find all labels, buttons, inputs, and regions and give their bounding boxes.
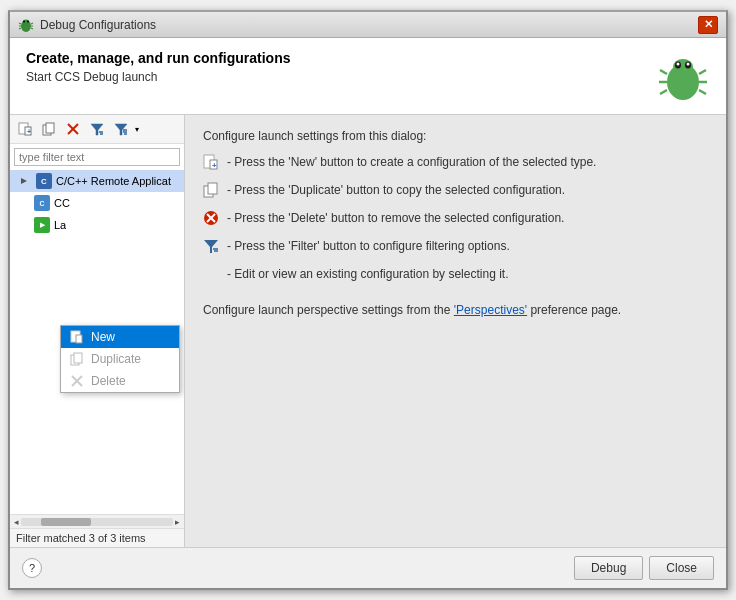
copy-config-button[interactable] (38, 118, 60, 140)
close-button[interactable]: Close (649, 556, 714, 580)
dialog-window: Debug Configurations ✕ Create, manage, a… (8, 10, 728, 590)
svg-line-6 (19, 28, 21, 29)
copy-doc-instr-icon (203, 182, 219, 198)
instr-new-icon: + (203, 154, 219, 170)
filter-status-text: Filter matched 3 of 3 items (16, 532, 146, 544)
svg-line-19 (699, 70, 706, 74)
new-doc-instr-icon: + (203, 154, 219, 170)
cpp-remote-label: C/C++ Remote Applicat (56, 175, 171, 187)
toolbar: + (10, 115, 184, 144)
context-duplicate-label: Duplicate (91, 352, 141, 366)
instr-edit-icon (203, 266, 219, 282)
tree-item-cc[interactable]: C CC (10, 192, 184, 214)
context-new-icon (69, 329, 85, 345)
expand-arrow-icon (16, 173, 32, 189)
context-delete-label: Delete (91, 374, 126, 388)
new-doc-icon (70, 330, 84, 344)
close-window-button[interactable]: ✕ (698, 16, 718, 34)
cc-item-icon: C (34, 195, 50, 211)
toolbar-dropdown[interactable]: ▾ (110, 118, 142, 140)
main-content: + (10, 115, 726, 547)
filter-instr-icon (203, 238, 219, 254)
debug-button[interactable]: Debug (574, 556, 643, 580)
launch-item-icon: ▶ (34, 217, 50, 233)
scrollbar-thumb (41, 518, 91, 526)
instruction-filter: - Press the 'Filter' button to configure… (203, 237, 708, 255)
dropdown-main-button[interactable] (110, 118, 132, 140)
svg-text:+: + (212, 161, 217, 170)
instr-del-text: - Press the 'Delete' button to remove th… (227, 209, 564, 227)
instructions-title: Configure launch settings from this dial… (203, 129, 708, 143)
svg-point-15 (687, 63, 690, 66)
tree-item-launch[interactable]: ▶ La (10, 214, 184, 236)
context-menu: New Duplicate (60, 325, 180, 393)
svg-line-18 (660, 90, 667, 94)
filter-input[interactable] (14, 148, 180, 166)
bug-icon-large (656, 50, 710, 104)
svg-point-3 (27, 20, 29, 22)
new-config-button[interactable]: + (14, 118, 36, 140)
launch-label: La (54, 219, 66, 231)
tree-expand-icon (20, 177, 28, 185)
launch-icon-label: ▶ (40, 221, 45, 229)
bottom-buttons: Debug Close (574, 556, 714, 580)
scrollbar-area: ◂ ▸ (10, 514, 184, 528)
cc-icon-label: C (39, 200, 44, 207)
instruction-delete: - Press the 'Delete' button to remove th… (203, 209, 708, 227)
instr-filter-icon (203, 238, 219, 254)
help-button[interactable]: ? (22, 558, 42, 578)
filter-config-icon (90, 122, 104, 136)
svg-line-7 (31, 23, 33, 24)
instr-edit-text: - Edit or view an existing configuration… (227, 265, 508, 283)
delete-config-icon (66, 122, 80, 136)
title-bar-left: Debug Configurations (18, 17, 156, 33)
svg-line-9 (31, 28, 33, 29)
tree-area: C C/C++ Remote Applicat C CC ▶ La (10, 170, 184, 514)
svg-point-2 (23, 20, 25, 22)
new-config-icon: + (18, 122, 32, 136)
context-menu-delete: Delete (61, 370, 179, 392)
scroll-right-arrow[interactable]: ▸ (173, 517, 182, 527)
instr-new-text: - Press the 'New' button to create a con… (227, 153, 596, 171)
header-subtitle: Start CCS Debug launch (26, 70, 291, 84)
scroll-left-arrow[interactable]: ◂ (12, 517, 21, 527)
cpp-icon-label: C (41, 177, 47, 186)
svg-rect-47 (208, 183, 217, 194)
cc-label: CC (54, 197, 70, 209)
svg-marker-36 (21, 178, 27, 184)
perspectives-text-after: preference page. (527, 303, 621, 317)
perspectives-link[interactable]: 'Perspectives' (454, 303, 527, 317)
horizontal-scrollbar[interactable] (21, 518, 173, 526)
context-menu-duplicate: Duplicate (61, 348, 179, 370)
bottom-bar: ? Debug Close (10, 547, 726, 588)
help-label: ? (29, 562, 35, 574)
tree-item-cpp-remote[interactable]: C C/C++ Remote Applicat (10, 170, 184, 192)
context-menu-new[interactable]: New (61, 326, 179, 348)
svg-line-4 (19, 23, 21, 24)
instruction-new: + - Press the 'New' button to create a c… (203, 153, 708, 171)
filter-status: Filter matched 3 of 3 items (10, 528, 184, 547)
bug-icon-small (18, 17, 34, 33)
header-section: Create, manage, and run configurations S… (10, 38, 726, 115)
dropdown-icon (114, 122, 128, 136)
delete-config-button[interactable] (62, 118, 84, 140)
cpp-category-icon: C (36, 173, 52, 189)
instr-filter-text: - Press the 'Filter' button to configure… (227, 237, 510, 255)
filter-config-button[interactable] (86, 118, 108, 140)
title-bar: Debug Configurations ✕ (10, 12, 726, 38)
bottom-left: ? (22, 558, 42, 578)
context-delete-icon (69, 373, 85, 389)
duplicate-icon (70, 352, 84, 366)
instruction-edit: - Edit or view an existing configuration… (203, 265, 708, 283)
svg-text:+: + (27, 128, 31, 135)
right-panel: Configure launch settings from this dial… (185, 115, 726, 547)
delete-small-icon (70, 374, 84, 388)
svg-rect-40 (74, 353, 82, 363)
svg-point-14 (677, 63, 680, 66)
instr-dup-icon (203, 182, 219, 198)
delete-instr-icon (203, 210, 219, 226)
left-panel: + (10, 115, 185, 547)
header-title: Create, manage, and run configurations (26, 50, 291, 66)
perspectives-section: Configure launch perspective settings fr… (203, 303, 708, 317)
dropdown-arrow-button[interactable]: ▾ (132, 118, 142, 140)
